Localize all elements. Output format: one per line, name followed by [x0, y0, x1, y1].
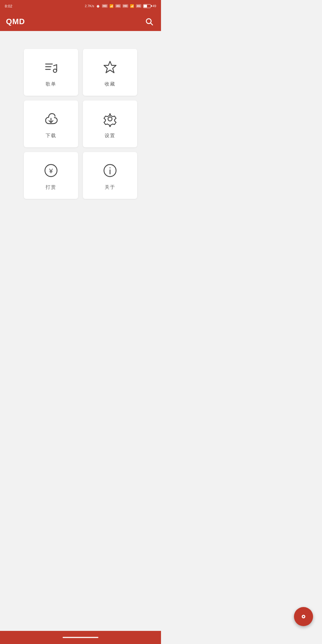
battery-indicator	[143, 4, 151, 8]
about-label: 关于	[105, 184, 115, 191]
playlist-label: 歌单	[46, 81, 56, 87]
hd-badge-2: HD	[123, 4, 128, 8]
main-content: 歌单 收藏 下载	[0, 31, 161, 211]
info-icon	[101, 162, 119, 179]
app-title: QMD	[6, 17, 25, 26]
grid-item-playlist[interactable]: 歌单	[24, 49, 78, 96]
grid-item-favorites[interactable]: 收藏	[83, 49, 137, 96]
search-icon	[145, 17, 153, 26]
star-icon	[101, 58, 119, 76]
svg-line-1	[151, 23, 152, 25]
svg-point-5	[53, 69, 57, 72]
alarm-icon: ⏰	[96, 4, 100, 8]
download-label: 下载	[46, 133, 56, 139]
svg-point-10	[108, 117, 112, 121]
svg-marker-8	[104, 61, 116, 73]
network-speed: 2.7K/s	[85, 4, 94, 8]
grid-item-download[interactable]: 下载	[24, 100, 78, 147]
status-time: 8:02	[5, 4, 12, 8]
battery-percent: 49	[153, 4, 156, 8]
settings-label: 设置	[105, 133, 115, 139]
signal-icon-2: 📶	[130, 4, 134, 8]
grid-container: 歌单 收藏 下载	[24, 49, 137, 199]
page-spacer	[0, 211, 161, 300]
status-right: 2.7K/s ⏰ HD 📶 4G HD 📶 4G 49	[85, 4, 156, 8]
hd-badge-1: HD	[102, 4, 108, 8]
status-bar: 8:02 2.7K/s ⏰ HD 📶 4G HD 📶 4G 49	[0, 0, 161, 12]
favorites-label: 收藏	[105, 81, 115, 87]
search-button[interactable]	[143, 16, 155, 27]
grid-item-settings[interactable]: 设置	[83, 100, 137, 147]
4g-badge-2: 4G	[136, 4, 141, 8]
4g-badge-1: 4G	[115, 4, 121, 8]
svg-point-15	[109, 167, 110, 168]
grid-item-tip[interactable]: ¥ 打赏	[24, 152, 78, 199]
app-header: QMD	[0, 12, 161, 31]
yen-icon: ¥	[42, 162, 60, 179]
svg-text:¥: ¥	[49, 167, 53, 175]
gear-icon	[101, 110, 119, 128]
tip-label: 打赏	[46, 184, 56, 191]
grid-item-about[interactable]: 关于	[83, 152, 137, 199]
download-icon	[42, 110, 60, 128]
music-list-icon	[42, 58, 60, 76]
svg-line-7	[54, 65, 57, 66]
battery-fill	[144, 5, 147, 7]
signal-icon-1: 📶	[109, 4, 114, 8]
